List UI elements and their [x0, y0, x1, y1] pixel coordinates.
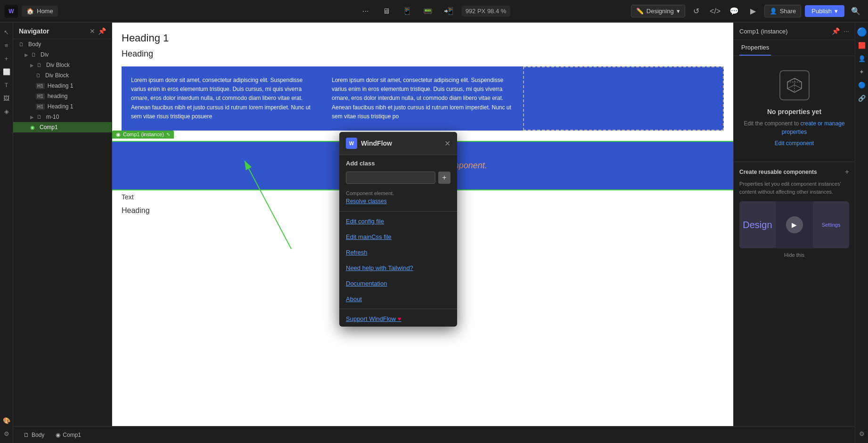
navigator-title: Navigator — [19, 27, 49, 35]
windflow-popup: W WindFlow ✕ Add class + Component eleme… — [339, 132, 457, 327]
right-tool-assets[interactable]: 🟥 — [856, 40, 868, 51]
tool-settings[interactable]: ⚙ — [1, 428, 12, 439]
nav-item-heading1b[interactable]: H1 Heading 1 — [13, 101, 112, 112]
edit-icon[interactable]: ✎ — [166, 132, 170, 137]
preview-button[interactable]: ▶ — [745, 4, 761, 19]
tool-layers[interactable]: ≡ — [1, 40, 12, 51]
wf-input-row: + — [339, 172, 457, 189]
wf-component-label: Component element. — [339, 189, 457, 198]
page-icon: 🗋 — [19, 41, 25, 47]
no-props-desc: Edit the component to create or manage p… — [743, 119, 845, 136]
component-icon: ◉ — [116, 131, 121, 138]
play-button[interactable]: ▶ — [786, 216, 803, 233]
no-properties-section: No properties yet Edit the component to … — [734, 56, 855, 156]
right-tool-layers[interactable]: 🔵 — [856, 26, 868, 38]
tablet-breakpoint-button[interactable]: 📱 — [400, 4, 415, 19]
rp-pin-icon[interactable]: 📌 — [832, 27, 840, 35]
share-button[interactable]: 👤 Share — [764, 5, 802, 17]
comp-icon: ◉ — [56, 432, 60, 438]
wf-logo-area: W WindFlow — [346, 138, 392, 149]
wf-title: WindFlow — [361, 139, 392, 147]
wf-class-input[interactable] — [346, 172, 435, 184]
edit-component-link[interactable]: Edit component — [775, 140, 814, 147]
tool-box[interactable]: ⬜ — [1, 66, 12, 77]
svg-line-3 — [794, 85, 802, 89]
wf-support-item[interactable]: Support WindFlow ♥ — [339, 311, 457, 327]
tab-properties[interactable]: Properties — [739, 40, 771, 56]
right-tool-integrations[interactable]: 🔗 — [856, 92, 868, 104]
wf-refresh-item[interactable]: Refresh — [339, 245, 457, 260]
tab-body[interactable]: 🗋 Body — [19, 430, 49, 440]
wf-documentation-item[interactable]: Documentation — [339, 276, 457, 291]
more-options-button[interactable]: ··· — [358, 4, 373, 19]
right-toolbar: 🔵 🟥 👤 ✦ 🔵 🔗 ⚙ — [855, 23, 868, 443]
nav-item-heading[interactable]: H1 heading — [13, 91, 112, 101]
rp-header: Comp1 (instance) 📌 ··· — [734, 23, 855, 40]
create-plus-button[interactable]: + — [845, 168, 849, 176]
create-props-link[interactable]: create or manage properties — [782, 120, 845, 135]
svg-line-4 — [787, 85, 794, 89]
wf-close-button[interactable]: ✕ — [444, 139, 450, 148]
nav-item-m10[interactable]: ▶ 🗋 m-10 — [13, 112, 112, 122]
nav-item-heading1a[interactable]: H1 Heading 1 — [13, 81, 112, 91]
mobile-breakpoint-button[interactable]: 📲 — [441, 4, 456, 19]
logo: W — [5, 5, 18, 18]
content-col-1: Lorem ipsum dolor sit amet, consectetur … — [122, 66, 322, 131]
wf-edit-config-item[interactable]: Edit config file — [339, 213, 457, 229]
right-tool-db[interactable]: 🔵 — [856, 79, 868, 90]
heart-icon: ♥ — [398, 315, 401, 322]
wf-resolve-classes-link[interactable]: Resolve classes — [339, 198, 457, 209]
tool-paintbrush[interactable]: 🎨 — [1, 415, 12, 426]
create-section: Create reusable components + Properties … — [734, 168, 855, 263]
close-navigator-button[interactable]: ✕ — [90, 27, 95, 35]
nav-item-comp1[interactable]: ◉ Comp1 — [13, 122, 112, 132]
desktop-breakpoint-button[interactable]: 🖥 — [379, 4, 394, 19]
mobile-lg-breakpoint-button[interactable]: 📟 — [420, 4, 435, 19]
tool-components[interactable]: ◈ — [1, 106, 12, 117]
cube-icon — [779, 70, 810, 100]
nav-item-body[interactable]: 🗋 Body — [13, 39, 112, 49]
rp-divider — [734, 162, 855, 162]
canvas-heading1: Heading 1 — [112, 23, 733, 49]
comp-instance-label: ◉ Comp1 (instance) ✎ — [112, 131, 174, 139]
wf-header: W WindFlow ✕ — [339, 132, 457, 155]
chevron-down-icon: ▾ — [835, 8, 838, 15]
tool-image[interactable]: 🖼 — [1, 92, 12, 104]
history-button[interactable]: ↺ — [689, 4, 704, 19]
pencil-icon: ✏️ — [636, 8, 644, 15]
create-title: Create reusable components — [739, 169, 817, 175]
create-desc: Properties let you edit component instan… — [739, 180, 849, 196]
code-button[interactable]: </> — [708, 4, 723, 19]
home-icon: 🏠 — [26, 8, 34, 15]
rp-instance-title: Comp1 (instance) — [739, 28, 788, 35]
tool-add[interactable]: + — [1, 53, 12, 64]
wf-need-help-item[interactable]: Need help with Tailwind? — [339, 260, 457, 276]
pin-navigator-button[interactable]: 📌 — [98, 27, 106, 35]
nav-item-divblock2[interactable]: 🗋 Div Block — [13, 70, 112, 81]
nav-item-divblock1[interactable]: ▶ 🗋 Div Block — [13, 60, 112, 70]
right-panel: Comp1 (instance) 📌 ··· Properties No pro… — [733, 23, 855, 426]
hide-this-button[interactable]: Hide this — [739, 252, 849, 258]
tool-text[interactable]: T — [1, 79, 12, 90]
designing-mode-button[interactable]: ✏️ Designing ▾ — [631, 5, 685, 17]
wf-add-class-button[interactable]: + — [438, 172, 450, 184]
topbar-center: ··· 🖥 📱 📟 📲 992 PX 98.4 % — [358, 4, 510, 19]
publish-button[interactable]: Publish ▾ — [805, 5, 844, 17]
tool-select[interactable]: ↖ — [1, 26, 12, 38]
wf-edit-maincss-item[interactable]: Edit mainCss file — [339, 229, 457, 245]
chat-button[interactable]: 💬 — [727, 4, 742, 19]
home-button[interactable]: 🏠 Home — [22, 6, 58, 16]
nav-item-div[interactable]: ▶ 🗋 Div — [13, 49, 112, 60]
navigator-header-icons: ✕ 📌 — [90, 27, 106, 35]
rp-more-icon[interactable]: ··· — [843, 27, 849, 35]
right-tool-magic[interactable]: ✦ — [856, 66, 868, 77]
video-thumbnail[interactable]: Design Settings ▶ — [739, 201, 849, 248]
canvas-heading2: Heading — [122, 49, 724, 59]
chevron-down-icon: ▾ — [677, 8, 680, 15]
wf-about-item[interactable]: About — [339, 291, 457, 307]
search-button[interactable]: 🔍 — [848, 4, 863, 19]
tab-comp1[interactable]: ◉ Comp1 — [51, 430, 86, 440]
right-tool-apps[interactable]: ⚙ — [856, 428, 868, 439]
canvas-dimensions: 992 PX 98.4 % — [462, 6, 510, 16]
right-tool-users[interactable]: 👤 — [856, 53, 868, 64]
